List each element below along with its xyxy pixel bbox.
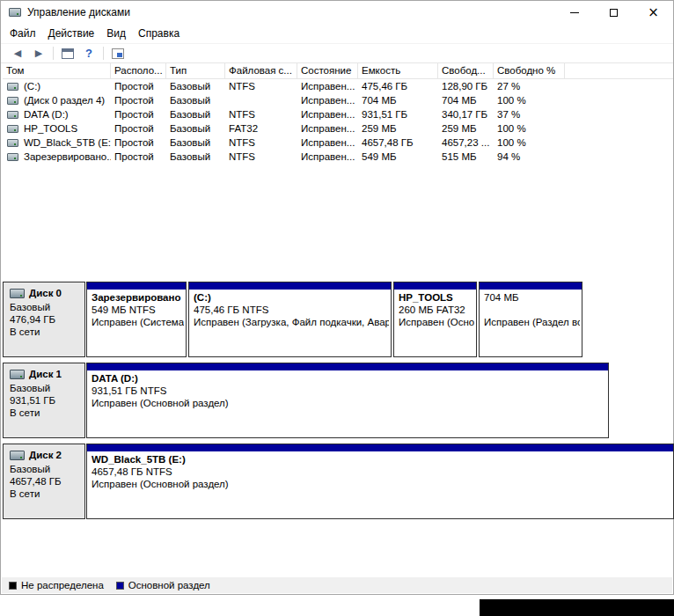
capacity-cell: 475,46 ГБ — [358, 79, 438, 93]
partitions-strip: Зарезервировано 549 МБ NTFS Исправен (Си… — [86, 282, 582, 357]
column-header-status[interactable]: Состояние — [297, 63, 358, 78]
status-cell: Исправен... — [297, 107, 358, 121]
capacity-cell: 549 МБ — [358, 150, 438, 164]
fs-cell: NTFS — [225, 136, 297, 150]
partition[interactable]: (C:) 475,46 ГБ NTFS Исправен (Загрузка, … — [188, 282, 392, 357]
partition-color-bar — [394, 282, 476, 290]
back-button[interactable]: ◀ — [7, 45, 28, 62]
disk-header[interactable]: Диск 1 Базовый 931,51 ГБ В сети — [3, 363, 85, 438]
graphical-view-pane: Диск 0 Базовый 476,94 ГБ В сети Зарезерв… — [1, 276, 673, 578]
window-controls: × — [554, 1, 673, 24]
disk-name: Диск 0 — [29, 287, 62, 299]
layout-cell: Простой — [111, 121, 166, 136]
layout-cell: Простой — [111, 107, 166, 121]
menu-action[interactable]: Действие — [42, 25, 101, 42]
capacity-cell: 931,51 ГБ — [358, 107, 438, 121]
partition[interactable]: HP_TOOLS 260 МБ FAT32 Исправен (Осно — [393, 282, 477, 357]
unallocated-swatch-icon — [9, 582, 17, 590]
partition-title: DATA (D:) — [92, 372, 606, 385]
fs-cell — [225, 93, 297, 107]
disk-row: Диск 2 Базовый 4657,48 ГБ В сети WD_Blac… — [3, 444, 673, 519]
partition-color-bar — [87, 444, 673, 451]
partition-info: 260 МБ FAT32 — [399, 304, 474, 316]
forward-button[interactable]: ▶ — [28, 45, 49, 62]
column-header-filesystem[interactable]: Файловая с... — [225, 63, 297, 78]
type-cell: Базовый — [166, 107, 225, 121]
table-row[interactable]: WD_Black_5TB (E:) Простой Базовый NTFS И… — [3, 136, 673, 150]
layout-cell: Простой — [111, 93, 166, 107]
volume-icon — [7, 97, 18, 105]
partition-info: 931,51 ГБ NTFS — [92, 385, 606, 397]
column-header-free[interactable]: Свобод... — [438, 63, 494, 78]
volume-name: WD_Black_5TB (E:) — [24, 136, 111, 150]
volume-icon — [7, 139, 18, 147]
minimize-icon — [570, 12, 579, 13]
menu-file[interactable]: Файл — [4, 25, 42, 42]
help-button[interactable]: ? — [78, 45, 99, 62]
maximize-button[interactable] — [594, 1, 634, 24]
free-cell: 259 МБ — [438, 121, 494, 136]
column-header-free-pct[interactable]: Свободно % — [494, 63, 565, 78]
capacity-cell: 4657,48 ГБ — [358, 136, 438, 150]
console-tree-button[interactable] — [57, 45, 78, 62]
menu-view[interactable]: Вид — [100, 25, 132, 42]
partition[interactable]: WD_Black_5TB (E:) 4657,48 ГБ NTFS Исправ… — [86, 444, 674, 519]
table-row[interactable]: (Диск 0 раздел 4) Простой Базовый Исправ… — [3, 93, 673, 107]
type-cell: Базовый — [166, 79, 225, 93]
partition[interactable]: 704 МБ Исправен (Раздел вс — [479, 282, 582, 357]
volume-name: DATA (D:) — [24, 107, 69, 121]
disk-name: Диск 1 — [29, 368, 62, 380]
help-icon: ? — [85, 47, 92, 60]
table-row[interactable]: DATA (D:) Простой Базовый NTFS Исправен.… — [3, 107, 673, 121]
toolbar: ◀ ▶ ? — [1, 43, 673, 63]
type-cell: Базовый — [166, 136, 225, 150]
free-pct-cell: 94 % — [494, 150, 565, 164]
disk-icon — [10, 451, 25, 460]
close-button[interactable]: × — [634, 1, 673, 24]
volume-icon — [7, 125, 18, 133]
disk-management-window: Управление дисками × Файл Действие Вид С… — [0, 0, 674, 595]
maximize-icon — [610, 9, 618, 17]
minimize-button[interactable] — [554, 1, 594, 24]
capacity-cell: 704 МБ — [358, 93, 438, 107]
status-cell: Исправен... — [297, 93, 358, 107]
taskbar-fragment — [480, 599, 674, 616]
volume-name: (C:) — [24, 79, 40, 93]
table-row[interactable]: Зарезервировано... Простой Базовый NTFS … — [3, 150, 673, 164]
column-header-type[interactable]: Тип — [166, 63, 225, 78]
column-header-capacity[interactable]: Емкость — [358, 63, 438, 78]
fs-cell: NTFS — [225, 150, 297, 164]
layout-cell: Простой — [111, 150, 166, 164]
disk-kind: Базовый — [10, 301, 82, 313]
disk-row: Диск 0 Базовый 476,94 ГБ В сети Зарезерв… — [3, 282, 673, 357]
toolbar-separator — [103, 47, 104, 60]
forward-icon: ▶ — [35, 48, 42, 59]
partition[interactable]: DATA (D:) 931,51 ГБ NTFS Исправен (Основ… — [86, 363, 609, 438]
menu-help[interactable]: Справка — [132, 25, 186, 42]
toolbar-separator — [53, 47, 54, 60]
volume-name: (Диск 0 раздел 4) — [24, 93, 105, 107]
table-row[interactable]: HP_TOOLS Простой Базовый FAT32 Исправен.… — [3, 121, 673, 136]
column-header-layout[interactable]: Располо... — [111, 63, 166, 78]
disk-size: 476,94 ГБ — [10, 313, 82, 326]
partitions-strip: DATA (D:) 931,51 ГБ NTFS Исправен (Основ… — [86, 363, 609, 438]
disk-header[interactable]: Диск 2 Базовый 4657,48 ГБ В сети — [3, 444, 85, 519]
partition-title: 704 МБ — [484, 291, 580, 304]
column-header-volume[interactable]: Том — [3, 63, 111, 78]
disk-status: В сети — [10, 326, 82, 338]
disk-icon — [10, 370, 25, 379]
disk-icon — [10, 289, 25, 298]
action-pane-button[interactable] — [107, 45, 128, 62]
partition[interactable]: Зарезервировано 549 МБ NTFS Исправен (Си… — [86, 282, 187, 357]
disk-header[interactable]: Диск 0 Базовый 476,94 ГБ В сети — [3, 282, 85, 357]
status-cell: Исправен... — [297, 79, 358, 93]
free-cell: 515 МБ — [438, 150, 494, 164]
free-pct-cell: 100 % — [494, 136, 565, 150]
table-row[interactable]: (C:) Простой Базовый NTFS Исправен... 47… — [3, 79, 673, 93]
status-cell: Исправен... — [297, 136, 358, 150]
legend-label: Основной раздел — [128, 580, 210, 590]
action-pane-icon — [112, 48, 124, 59]
partition-state: Исправен (Основной раздел) — [92, 397, 606, 409]
partition-title: Зарезервировано — [92, 291, 184, 304]
type-cell: Базовый — [166, 93, 225, 107]
